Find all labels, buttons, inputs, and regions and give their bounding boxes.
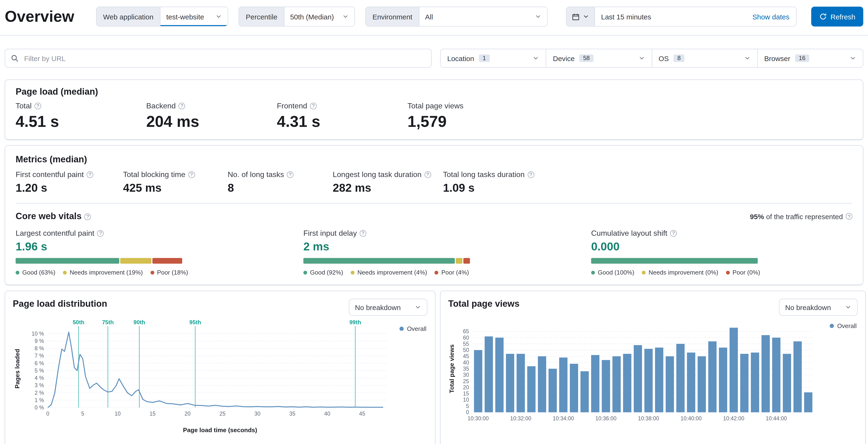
- svg-text:5 %: 5 %: [35, 367, 44, 374]
- chevron-down-icon: [583, 13, 589, 20]
- filter-device[interactable]: Device 58: [546, 49, 652, 67]
- web-application-select-group: Web application test-website: [96, 7, 228, 27]
- svg-text:10:34:00: 10:34:00: [553, 415, 574, 421]
- chart-legend[interactable]: Overall: [830, 322, 857, 329]
- info-icon[interactable]: [179, 102, 185, 109]
- svg-text:0 %: 0 %: [35, 405, 44, 411]
- svg-text:0: 0: [466, 409, 469, 415]
- svg-text:10 %: 10 %: [32, 331, 44, 337]
- filter-browser[interactable]: Browser 16: [757, 49, 863, 67]
- chart-legend[interactable]: Overall: [399, 325, 427, 332]
- vital-fid-bar: [303, 258, 470, 264]
- date-range-value[interactable]: Last 15 minutes: [595, 12, 752, 21]
- svg-text:3 %: 3 %: [35, 382, 44, 388]
- svg-text:75th: 75th: [102, 319, 114, 325]
- filter-os-label: OS: [658, 54, 669, 62]
- page-views-breakdown-select[interactable]: No breakdown: [779, 299, 858, 316]
- metric-total-tasks: Total long tasks duration 1.09 s: [443, 170, 534, 195]
- chevron-down-icon: [744, 55, 751, 62]
- info-icon[interactable]: [287, 171, 293, 178]
- legend-good: Good (92%): [303, 269, 343, 276]
- breakdown-value: No breakdown: [785, 303, 831, 311]
- distribution-breakdown-select[interactable]: No breakdown: [349, 299, 427, 316]
- metric-longest-task-label: Longest long task duration: [333, 170, 422, 178]
- environment-select-group: Environment All: [365, 7, 548, 27]
- refresh-button[interactable]: Refresh: [811, 7, 863, 27]
- svg-text:25: 25: [463, 378, 469, 384]
- info-icon[interactable]: [846, 213, 852, 219]
- page-title: Overview: [5, 7, 74, 26]
- bar-segment-good: [303, 258, 455, 264]
- top-bar: Overview Web application test-website Pe…: [0, 0, 868, 35]
- distribution-title: Page load distribution: [13, 299, 107, 309]
- vital-lcp-label: Largest contentful paint: [16, 229, 94, 237]
- divider: [16, 203, 852, 204]
- needs-improvement-dot-icon: [351, 270, 354, 274]
- filter-device-label: Device: [553, 54, 575, 62]
- percentile-select[interactable]: 50th (Median): [284, 7, 354, 26]
- svg-text:45: 45: [359, 411, 365, 417]
- poor-dot-icon: [150, 270, 154, 274]
- environment-select[interactable]: All: [419, 7, 547, 26]
- chevron-down-icon: [849, 55, 856, 62]
- vital-cls: Cumulative layout shift 0.000 Good (100%…: [591, 229, 758, 276]
- svg-text:20: 20: [185, 411, 191, 417]
- svg-text:10:36:00: 10:36:00: [595, 415, 617, 421]
- date-picker-quick-select[interactable]: [566, 7, 595, 26]
- svg-text:20: 20: [463, 384, 469, 390]
- svg-text:25: 25: [219, 411, 225, 417]
- info-icon[interactable]: [188, 171, 195, 178]
- info-icon[interactable]: [670, 230, 677, 236]
- bar-segment-good: [16, 258, 119, 264]
- legend-needs-improvement: Needs improvement (0%): [642, 269, 718, 276]
- svg-text:95th: 95th: [189, 319, 201, 325]
- info-icon[interactable]: [85, 213, 91, 220]
- metric-tbt-label: Total blocking time: [123, 170, 185, 178]
- metric-fcp-value: 1.20 s: [16, 181, 123, 195]
- filter-browser-label: Browser: [764, 54, 790, 62]
- info-icon[interactable]: [310, 102, 317, 109]
- show-dates-link[interactable]: Show dates: [752, 12, 796, 21]
- web-application-value: test-website: [166, 12, 204, 21]
- filter-location-label: Location: [447, 54, 474, 62]
- filter-os[interactable]: OS 8: [651, 49, 757, 67]
- bar-segment-good: [591, 258, 758, 264]
- svg-text:50: 50: [463, 347, 469, 353]
- web-application-select[interactable]: test-website: [160, 7, 228, 26]
- info-icon[interactable]: [424, 171, 431, 178]
- stat-frontend-value: 4.31 s: [277, 113, 407, 131]
- filter-device-count-badge: 58: [579, 54, 593, 62]
- traffic-represented-note: 95% of the traffic represented: [750, 212, 852, 220]
- environment-value: All: [425, 12, 433, 21]
- environment-label: Environment: [366, 7, 419, 26]
- chevron-down-icon: [414, 304, 421, 310]
- stat-frontend-label: Frontend: [277, 102, 307, 110]
- refresh-icon: [819, 13, 827, 20]
- filter-location[interactable]: Location 1: [441, 49, 546, 67]
- vital-lcp: Largest contentful paint 1.96 s Good (63…: [16, 229, 182, 276]
- url-filter-input[interactable]: [5, 49, 432, 68]
- svg-text:10:30:00: 10:30:00: [468, 415, 489, 421]
- metric-longest-task: Longest long task duration 282 ms: [333, 170, 443, 195]
- metric-total-tasks-label: Total long tasks duration: [443, 170, 525, 178]
- svg-text:65: 65: [463, 328, 469, 334]
- info-icon[interactable]: [97, 230, 104, 236]
- filter-os-count-badge: 8: [674, 54, 684, 62]
- total-page-views-panel: Total page views No breakdown 0510152025…: [440, 291, 866, 444]
- stat-total: Total 4.51 s: [16, 102, 146, 131]
- legend-poor: Poor (4%): [435, 269, 469, 276]
- filter-location-count-badge: 1: [479, 54, 490, 62]
- svg-text:10: 10: [115, 411, 121, 417]
- info-icon[interactable]: [87, 171, 93, 178]
- info-icon[interactable]: [527, 171, 534, 178]
- legend-needs-improvement: Needs improvement (19%): [63, 269, 143, 276]
- info-icon[interactable]: [360, 230, 366, 236]
- info-icon[interactable]: [35, 102, 41, 109]
- page-load-distribution-chart: 0 %1 %2 %3 %4 %5 %6 %7 %8 %9 %10 %051015…: [13, 319, 427, 424]
- svg-text:99th: 99th: [349, 319, 361, 325]
- vital-lcp-bar: [16, 258, 182, 264]
- legend-good: Good (100%): [591, 269, 634, 276]
- svg-text:30: 30: [254, 411, 260, 417]
- legend-label: Overall: [837, 322, 857, 329]
- good-dot-icon: [303, 270, 307, 274]
